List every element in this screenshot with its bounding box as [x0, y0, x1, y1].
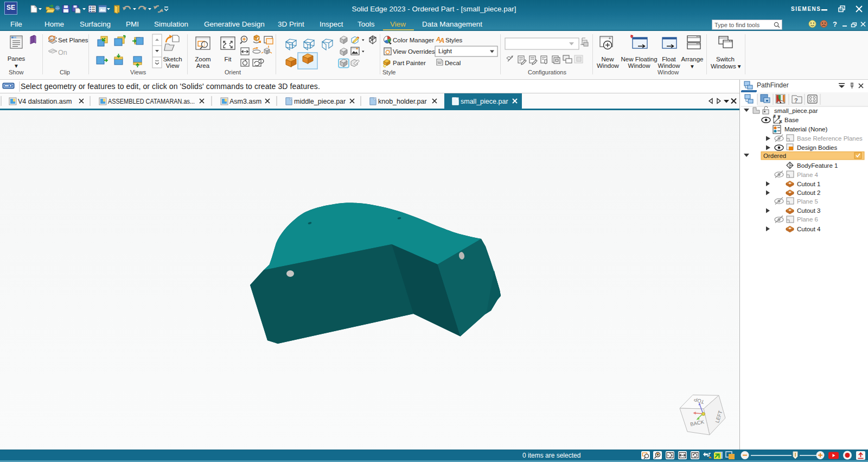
svg-text:BodyFeature 1: BodyFeature 1: [797, 162, 838, 169]
svg-text:Cutout 3: Cutout 3: [797, 207, 820, 214]
svg-text:Material (None): Material (None): [784, 126, 827, 132]
svg-text:Asm3.asm: Asm3.asm: [229, 98, 261, 105]
svg-text:x: x: [780, 119, 782, 123]
svg-text:Ordered: Ordered: [763, 153, 786, 159]
svg-text:Cutout 2: Cutout 2: [797, 189, 820, 196]
svg-text:PathFinder: PathFinder: [757, 81, 789, 89]
svg-text:z: z: [774, 114, 776, 118]
svg-text:A: A: [439, 36, 444, 45]
svg-text:Base: Base: [784, 117, 799, 123]
svg-text:?: ?: [794, 97, 798, 104]
svg-text:Plane 6: Plane 6: [797, 216, 818, 223]
svg-text:Light: Light: [438, 48, 452, 54]
svg-text:y: y: [778, 115, 780, 119]
svg-text:Design Bodies: Design Bodies: [797, 144, 837, 151]
svg-text:ASSEMBLED CATAMARAN.as...: ASSEMBLED CATAMARAN.as...: [108, 98, 195, 105]
svg-text:small_piece.par: small_piece.par: [461, 98, 508, 105]
svg-text:knob_holder.par: knob_holder.par: [378, 98, 427, 105]
svg-text:Cutout 1: Cutout 1: [797, 181, 820, 187]
svg-text:Cutout 4: Cutout 4: [797, 226, 821, 232]
svg-text:middle_piece.par: middle_piece.par: [294, 98, 346, 105]
svg-text:?: ?: [833, 20, 837, 28]
svg-text:V4 dalstation.asm: V4 dalstation.asm: [18, 98, 72, 105]
svg-text:Base Reference Planes: Base Reference Planes: [797, 135, 863, 142]
svg-text:Plane 5: Plane 5: [797, 198, 818, 205]
svg-text:small_piece.par: small_piece.par: [774, 107, 818, 114]
svg-text:Plane 4: Plane 4: [797, 172, 819, 178]
